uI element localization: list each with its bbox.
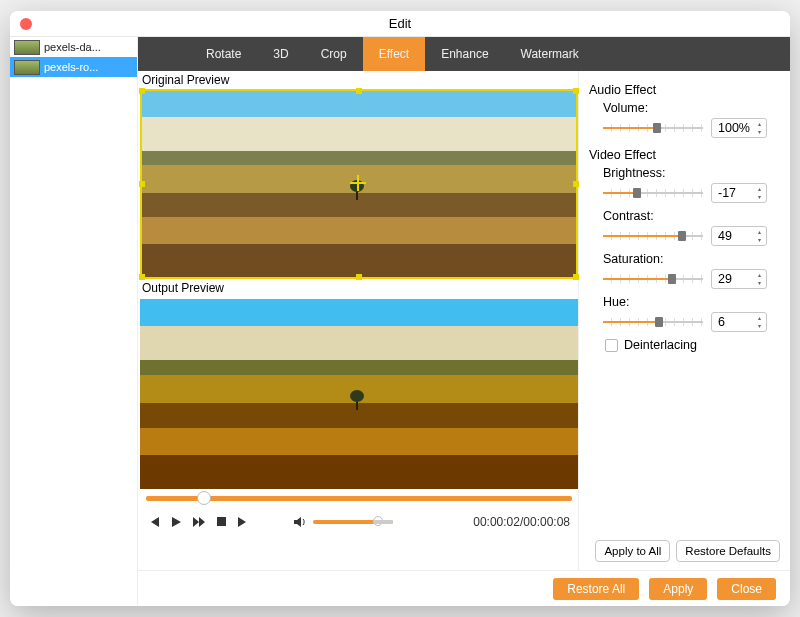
hue-slider[interactable] (603, 317, 703, 327)
restore-all-button[interactable]: Restore All (553, 578, 639, 600)
tab-3d[interactable]: 3D (257, 37, 304, 71)
footer: Restore All Apply Close (138, 570, 790, 606)
volume-label: Volume: (603, 101, 780, 115)
video-section-title: Video Effect (589, 148, 780, 162)
step-down-icon[interactable]: ▾ (754, 279, 765, 287)
volume-effect-slider[interactable] (603, 123, 703, 133)
sidebar-item-label: pexels-da... (44, 41, 101, 53)
apply-button[interactable]: Apply (649, 578, 707, 600)
brightness-value-input[interactable]: -17 ▴▾ (711, 183, 767, 203)
contrast-value-input[interactable]: 49 ▴▾ (711, 226, 767, 246)
crop-handle[interactable] (356, 88, 362, 94)
brightness-slider[interactable] (603, 188, 703, 198)
sidebar-item-label: pexels-ro... (44, 61, 98, 73)
crop-handle[interactable] (573, 88, 579, 94)
window-close-icon[interactable] (20, 18, 32, 30)
crop-handle[interactable] (573, 181, 579, 187)
effects-panel: Audio Effect Volume: (578, 71, 790, 570)
deinterlacing-label: Deinterlacing (624, 338, 697, 352)
thumbnail-icon (14, 60, 40, 75)
svg-rect-0 (217, 517, 226, 526)
step-up-icon[interactable]: ▴ (754, 314, 765, 322)
step-up-icon[interactable]: ▴ (754, 271, 765, 279)
apply-to-all-button[interactable]: Apply to All (595, 540, 670, 562)
step-down-icon[interactable]: ▾ (754, 322, 765, 330)
time-display: 00:00:02/00:00:08 (473, 515, 570, 529)
crop-center-handle[interactable] (350, 175, 366, 191)
edit-window: Edit pexels-da... pexels-ro... Rotate 3D… (10, 11, 790, 606)
timeline-track[interactable] (146, 496, 572, 501)
crop-handle[interactable] (139, 88, 145, 94)
brightness-label: Brightness: (603, 166, 780, 180)
stop-icon[interactable] (216, 516, 227, 528)
sidebar-item[interactable]: pexels-ro... (10, 57, 137, 77)
volume-param: Volume: 100% ▴▾ (603, 101, 780, 138)
preview-column: Original Preview Output (138, 71, 578, 570)
tab-enhance[interactable]: Enhance (425, 37, 504, 71)
volume-value-input[interactable]: 100% ▴▾ (711, 118, 767, 138)
restore-defaults-button[interactable]: Restore Defaults (676, 540, 780, 562)
tab-watermark[interactable]: Watermark (505, 37, 595, 71)
crop-handle[interactable] (573, 274, 579, 280)
main-area: Rotate 3D Crop Effect Enhance Watermark … (138, 37, 790, 606)
titlebar: Edit (10, 11, 790, 37)
contrast-label: Contrast: (603, 209, 780, 223)
volume-slider[interactable] (313, 520, 393, 524)
window-title: Edit (389, 16, 411, 31)
fast-forward-icon[interactable] (192, 516, 206, 528)
saturation-value-input[interactable]: 29 ▴▾ (711, 269, 767, 289)
output-preview (140, 299, 578, 489)
thumbnail-icon (14, 40, 40, 55)
playhead[interactable] (197, 491, 211, 505)
skip-back-icon[interactable] (148, 516, 160, 528)
deinterlacing-checkbox-row[interactable]: Deinterlacing (603, 338, 780, 352)
playback-controls: 00:00:02/00:00:08 (140, 507, 578, 537)
hue-value-input[interactable]: 6 ▴▾ (711, 312, 767, 332)
crop-handle[interactable] (139, 274, 145, 280)
step-down-icon[interactable]: ▾ (754, 236, 765, 244)
original-preview-label: Original Preview (140, 71, 578, 89)
contrast-slider[interactable] (603, 231, 703, 241)
deinterlacing-checkbox[interactable] (605, 339, 618, 352)
file-sidebar: pexels-da... pexels-ro... (10, 37, 138, 606)
tab-rotate[interactable]: Rotate (190, 37, 257, 71)
play-icon[interactable] (170, 516, 182, 528)
step-down-icon[interactable]: ▾ (754, 193, 765, 201)
saturation-slider[interactable] (603, 274, 703, 284)
volume-knob[interactable] (373, 516, 383, 526)
output-preview-label: Output Preview (140, 279, 578, 297)
edit-tabs: Rotate 3D Crop Effect Enhance Watermark (138, 37, 790, 71)
original-preview[interactable] (140, 89, 578, 279)
step-up-icon[interactable]: ▴ (754, 228, 765, 236)
close-button[interactable]: Close (717, 578, 776, 600)
crop-handle[interactable] (139, 181, 145, 187)
tree-icon (350, 390, 364, 410)
saturation-label: Saturation: (603, 252, 780, 266)
step-down-icon[interactable]: ▾ (754, 128, 765, 136)
skip-forward-icon[interactable] (237, 516, 249, 528)
volume-icon[interactable] (293, 516, 307, 528)
crop-handle[interactable] (356, 274, 362, 280)
sidebar-item[interactable]: pexels-da... (10, 37, 137, 57)
hue-label: Hue: (603, 295, 780, 309)
tab-effect[interactable]: Effect (363, 37, 425, 71)
audio-section-title: Audio Effect (589, 83, 780, 97)
timeline[interactable] (140, 489, 578, 507)
step-up-icon[interactable]: ▴ (754, 120, 765, 128)
tab-crop[interactable]: Crop (305, 37, 363, 71)
step-up-icon[interactable]: ▴ (754, 185, 765, 193)
